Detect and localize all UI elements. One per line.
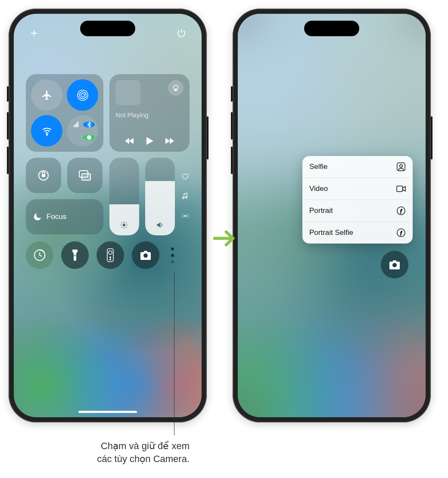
volume-slider[interactable] [145, 158, 175, 235]
cellular-icon [70, 122, 82, 128]
brightness-slider[interactable] [109, 158, 139, 235]
svg-rect-4 [74, 125, 75, 127]
svg-rect-25 [397, 186, 403, 192]
svg-point-30 [392, 263, 397, 267]
bluetooth-icon [83, 122, 95, 128]
svg-point-15 [184, 215, 186, 217]
now-playing-label: Not Playing [115, 111, 184, 119]
heart-icon[interactable] [181, 173, 189, 180]
svg-rect-11 [42, 174, 45, 177]
menu-item-selfie[interactable]: Selfie [302, 156, 413, 178]
rewind-button[interactable] [124, 137, 134, 145]
video-icon [396, 184, 406, 194]
dynamic-island [80, 21, 135, 36]
orientation-lock-button[interactable] [26, 158, 61, 193]
focus-label: Focus [47, 212, 66, 221]
svg-rect-5 [75, 124, 76, 127]
svg-point-19 [109, 251, 112, 254]
satellite-icon [83, 135, 95, 140]
svg-point-14 [123, 224, 126, 227]
svg-text:f: f [401, 231, 402, 235]
dynamic-island [304, 21, 359, 36]
power-button[interactable] [174, 26, 189, 41]
page-indicator [167, 241, 177, 269]
airdrop-toggle[interactable] [67, 79, 98, 111]
aperture-icon: f [396, 228, 406, 237]
svg-point-0 [81, 94, 84, 97]
home-indicator[interactable] [78, 411, 137, 413]
play-button[interactable] [145, 136, 154, 146]
person-crop-icon [396, 162, 406, 172]
add-control-button[interactable] [27, 26, 41, 41]
media-artwork [115, 80, 140, 105]
sun-icon [120, 221, 128, 229]
connectivity-panel[interactable] [26, 74, 103, 152]
svg-point-22 [143, 253, 148, 258]
caption-text: Chạm và giữ để xem các tùy chọn Camera. [34, 440, 190, 465]
phone-left: Not Playing [9, 9, 207, 422]
media-panel[interactable]: Not Playing [109, 74, 190, 152]
svg-rect-7 [78, 122, 78, 127]
camera-button-active[interactable] [381, 251, 408, 278]
wifi-toggle[interactable] [31, 115, 62, 147]
remote-button[interactable] [96, 241, 124, 269]
arrow-icon [213, 228, 237, 248]
side-shortcuts [181, 158, 190, 235]
callout-line [174, 272, 174, 435]
hotspot-icon[interactable] [181, 212, 189, 220]
music-icon[interactable] [182, 192, 188, 200]
camera-context-menu: Selfie Video Portrait f [302, 156, 413, 244]
menu-item-portrait[interactable]: Portrait f [302, 200, 413, 222]
svg-rect-13 [82, 174, 90, 180]
menu-item-portrait-selfie[interactable]: Portrait Selfie f [302, 222, 413, 244]
menu-item-video[interactable]: Video [302, 178, 413, 200]
speaker-icon [156, 221, 164, 229]
svg-point-21 [110, 259, 111, 260]
phone-right: Selfie Video Portrait f [233, 9, 431, 422]
svg-point-24 [400, 165, 402, 167]
screen-mirroring-button[interactable] [67, 158, 103, 193]
camera-button[interactable] [132, 241, 159, 269]
airplane-mode-toggle[interactable] [31, 79, 62, 111]
svg-rect-6 [76, 123, 77, 127]
svg-point-3 [46, 134, 47, 135]
svg-point-17 [75, 255, 76, 256]
connectivity-more[interactable] [67, 115, 98, 147]
aperture-icon: f [396, 206, 406, 216]
svg-point-20 [110, 257, 111, 258]
moon-icon [33, 212, 42, 222]
svg-text:f: f [401, 209, 402, 213]
forward-button[interactable] [165, 137, 175, 145]
airplay-button[interactable] [168, 80, 184, 96]
timer-button[interactable] [26, 241, 53, 269]
focus-button[interactable]: Focus [26, 199, 103, 234]
flashlight-button[interactable] [61, 241, 89, 269]
svg-point-1 [79, 92, 86, 99]
svg-point-8 [87, 135, 91, 140]
